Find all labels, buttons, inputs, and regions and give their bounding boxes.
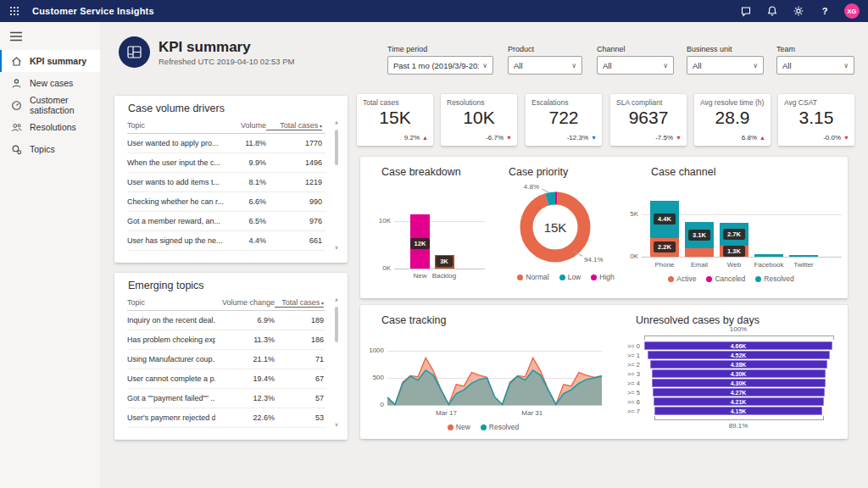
bar-segment-email-active[interactable] bbox=[685, 248, 714, 257]
kpi-card-total-cases[interactable]: Total cases15K9.2%▲ bbox=[357, 94, 433, 146]
x-tick: Twitter bbox=[782, 261, 825, 269]
sidebar-item-new-cases[interactable]: New cases bbox=[0, 72, 100, 94]
scroll-up-icon[interactable]: ∧ bbox=[332, 297, 341, 303]
legend-item-high: High bbox=[591, 273, 614, 281]
kpi-trend-icon: ▼ bbox=[676, 135, 682, 141]
scroll-down-icon[interactable]: ∨ bbox=[332, 421, 341, 428]
scroll-down-icon[interactable]: ∨ bbox=[332, 244, 341, 251]
notifications-icon[interactable] bbox=[765, 4, 779, 18]
card-title: Emerging topics bbox=[128, 280, 204, 291]
col-header-total-cases[interactable]: Total cases ▾ bbox=[266, 121, 322, 130]
funnel-category-label: >= 7 bbox=[615, 408, 640, 415]
gridline bbox=[394, 269, 485, 269]
bar-segment-twitter-resolved[interactable] bbox=[789, 255, 818, 257]
funnel-bar-2[interactable]: 4.38K bbox=[650, 360, 827, 369]
sidebar-item-resolutions[interactable]: Resolutions bbox=[0, 116, 100, 138]
legend-dot bbox=[668, 276, 674, 282]
topic-cell: User wants to add items t... bbox=[127, 178, 224, 186]
sidebar-item-label: Resolutions bbox=[30, 122, 76, 132]
help-icon[interactable]: ? bbox=[818, 4, 832, 18]
funnel-value-label: 4.52K bbox=[731, 352, 747, 358]
funnel-value-label: 4.21K bbox=[731, 399, 747, 405]
table-scrollbar: ∧∨ bbox=[332, 297, 341, 428]
funnel-value-label: 4.66K bbox=[731, 343, 747, 349]
menu-icon[interactable] bbox=[9, 30, 23, 40]
chart-case-breakdown: Case breakdown10K0K12KNew3KBacklog bbox=[360, 157, 492, 298]
bar-value-label: 2.7K bbox=[723, 229, 745, 240]
kpi-label: Avg CSAT bbox=[784, 98, 817, 107]
table-row[interactable]: Got a ""payment failed"" ...12.3%57 bbox=[127, 389, 326, 408]
funnel-bar-4[interactable]: 4.30K bbox=[652, 379, 826, 387]
legend-dot bbox=[517, 274, 523, 280]
legend-dot bbox=[448, 424, 453, 430]
y-tick: 0K bbox=[620, 252, 638, 260]
table-row[interactable]: Has problem chceking exp...11.3%186 bbox=[127, 330, 326, 350]
funnel-category-label: >= 2 bbox=[615, 361, 640, 369]
legend-label: Resolved bbox=[764, 274, 793, 283]
legend-item-low: Low bbox=[559, 273, 581, 281]
waffle-icon[interactable] bbox=[4, 1, 25, 21]
kpi-card-avg-resolve-time-h[interactable]: Avg resolve time (h)28.96.8%▲ bbox=[694, 94, 771, 146]
chart-title: Case tracking bbox=[381, 314, 446, 326]
kpi-label: Resolutions bbox=[447, 98, 484, 107]
gridline bbox=[394, 221, 485, 222]
table-row[interactable]: Checking whether he can r...6.6%990 bbox=[127, 192, 326, 212]
table-row[interactable]: User's paymenr rejected d...22.6%53 bbox=[127, 408, 326, 428]
table-row[interactable]: User wants to add items t...8.1%1219 bbox=[127, 173, 326, 192]
funnel-category-label: >= 3 bbox=[615, 370, 640, 378]
funnel-bar-1[interactable]: 4.52K bbox=[648, 351, 830, 359]
sidebar-item-topics[interactable]: Topics bbox=[0, 138, 100, 160]
table-row[interactable]: User cannot complete a p...19.4%67 bbox=[127, 369, 326, 389]
card-emerging-topics: Emerging topicsTopicVolume changeTotal c… bbox=[114, 273, 348, 440]
feedback-icon[interactable] bbox=[739, 4, 753, 18]
legend-dot bbox=[559, 274, 565, 280]
funnel-bar-7[interactable]: 4.15K bbox=[654, 407, 822, 415]
table-scrollbar: ∧∨ bbox=[332, 119, 341, 251]
kpi-trend-icon: ▼ bbox=[591, 135, 597, 141]
chart-canvas bbox=[387, 342, 602, 407]
value-cell: 189 bbox=[275, 316, 324, 324]
value-cell: 6.5% bbox=[224, 217, 266, 225]
value-cell: 67 bbox=[275, 374, 324, 383]
funnel-value-label: 4.30K bbox=[731, 371, 747, 377]
scroll-up-icon[interactable]: ∧ bbox=[332, 119, 341, 126]
kpi-trend-icon: ▼ bbox=[843, 135, 849, 141]
legend-dot bbox=[591, 274, 597, 280]
kpi-delta-text: 9.2% bbox=[404, 134, 420, 141]
sidebar-item-customer-satisfaction[interactable]: Customer satisfaction bbox=[0, 94, 100, 116]
sidebar-item-kpi-summary[interactable]: KPI summary bbox=[0, 50, 100, 72]
kpi-card-sla-compliant[interactable]: SLA compliant9637-7.5%▼ bbox=[610, 94, 687, 146]
table-row[interactable]: Inquiry on the recent deal...6.9%189 bbox=[127, 311, 326, 330]
bar-value-label: 1.3K bbox=[723, 246, 745, 257]
table-row[interactable]: User wanted to apply pro...11.8%1770 bbox=[127, 134, 326, 153]
scroll-thumb[interactable] bbox=[335, 130, 338, 165]
col-header-total-cases[interactable]: Total cases ▾ bbox=[275, 298, 324, 307]
funnel-bar-6[interactable]: 4.21K bbox=[654, 397, 824, 406]
y-tick: 1000 bbox=[362, 347, 384, 354]
bar-value-label: 12K bbox=[410, 238, 431, 249]
legend-label: New bbox=[456, 423, 470, 431]
sidebar-item-label: KPI summary bbox=[30, 56, 86, 66]
legend-item-resolved: Resolved bbox=[481, 423, 519, 431]
funnel-bar-3[interactable]: 4.30K bbox=[652, 369, 826, 378]
col-header-volume: Volume bbox=[224, 121, 266, 130]
table-row[interactable]: Got a member reward, an...6.5%976 bbox=[127, 212, 326, 231]
settings-icon[interactable] bbox=[792, 4, 805, 18]
kpi-card-resolutions[interactable]: Resolutions10K-6.7%▼ bbox=[441, 94, 517, 146]
bar-segment-facebook-resolved[interactable] bbox=[754, 254, 783, 257]
table-row[interactable]: Using Manufacturer coup...21.1%71 bbox=[127, 350, 326, 369]
kpi-card-avg-csat[interactable]: Avg CSAT3.15-0.0%▼ bbox=[778, 94, 854, 146]
scroll-thumb[interactable] bbox=[335, 307, 338, 342]
kpi-trend-icon: ▲ bbox=[760, 135, 765, 141]
y-tick: 500 bbox=[362, 374, 384, 381]
col-header-topic: Topic bbox=[127, 298, 215, 307]
avatar[interactable]: XG bbox=[844, 3, 860, 19]
funnel-bar-0[interactable]: 4.66K bbox=[644, 341, 832, 350]
topic-cell: User's paymenr rejected d... bbox=[127, 413, 215, 422]
kpi-card-escalations[interactable]: Escalations722-12.3%▼ bbox=[526, 94, 602, 146]
funnel-bar-5[interactable]: 4.27K bbox=[653, 388, 825, 396]
funnel-bottom-bracket bbox=[654, 416, 824, 420]
kpi-value: 28.9 bbox=[694, 108, 771, 128]
table-row[interactable]: When the user input the c...9.9%1496 bbox=[127, 153, 326, 173]
table-row[interactable]: User has signed up the ne...4.4%661 bbox=[127, 231, 326, 251]
